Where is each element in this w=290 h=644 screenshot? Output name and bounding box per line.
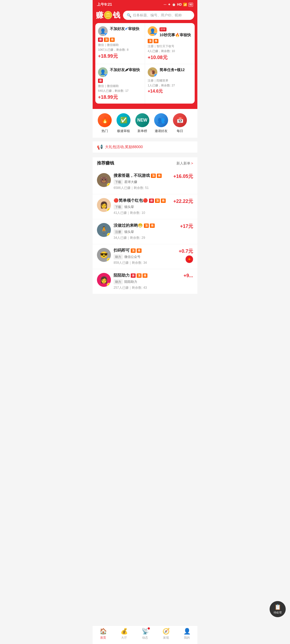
category-section: 🔥 热门 ✅ 极速审核 NEW 新单榜 👥 邀请好友 📅 每日: [93, 109, 197, 138]
featured-card-3[interactable]: 👤 元 不加好友🌶审核快 保 微信｜微信辅助 640人已赚，剩余数: 17 +1…: [95, 64, 145, 104]
badge-bao: 保: [131, 273, 136, 278]
task-item-1[interactable]: 🐻 👑 搜索答题，不玩游戏 顶 推 下载 星球大赚 6586人已赚｜剩余数: 5…: [93, 169, 197, 194]
card-tags: 注册｜陀螺世界: [148, 79, 192, 83]
card-badges: 保: [98, 79, 142, 83]
task-source: 陌陌助力: [124, 280, 137, 284]
card-avatar: 👤 元: [148, 26, 157, 36]
task-avatar: 👩 👑: [97, 198, 111, 212]
task-tags-row: 下载 星球大赚: [114, 180, 171, 185]
status-bar: 上午9:21 ··· ✦ ⏰ HD 📶 90: [93, 0, 197, 9]
app-header: 赚🪙钱 🔍 任务标题、编号、用户ID、昵称: [93, 9, 197, 23]
card-stats: 1067人已赚，剩余数: 8: [98, 48, 142, 52]
task-title: 扫码即可: [114, 248, 130, 253]
card-title: 简单任务+领12: [160, 67, 185, 72]
bottom-spacer: [93, 294, 197, 316]
announcement-text: 大礼包活动,奖励88000: [105, 145, 143, 149]
card-stats: 1人已赚，剩余数: 27: [148, 83, 192, 87]
badge-ding: 顶: [148, 39, 153, 43]
category-new-list[interactable]: NEW 新单榜: [133, 113, 152, 133]
top-section: 👤 元 不加好友✔审核快 保 顶 推 微信｜微信辅助 1067人已赚，剩余数: …: [93, 23, 197, 109]
task-title-row: 陌陌助力 保 顶 推: [114, 273, 181, 278]
task-item-5[interactable]: 👩 👑 陌陌助力 保 顶 推 助力 陌陌助力 257人已赚｜剩余数: 43 +9…: [93, 269, 197, 294]
task-type-tag: 下载: [114, 180, 123, 185]
task-stats: 257人已赚｜剩余数: 43: [114, 286, 181, 290]
category-label: 极速审核: [117, 129, 130, 133]
recommend-header: 推荐赚钱 新人新单 >: [93, 157, 197, 169]
recommend-title: 推荐赚钱: [97, 160, 114, 166]
category-fast-review[interactable]: ✅ 极速审核: [114, 113, 133, 133]
category-hot[interactable]: 🔥 热门: [95, 113, 114, 133]
crown-badge: 👑: [107, 283, 111, 287]
app-logo: 赚🪙钱: [96, 12, 120, 19]
category-invite[interactable]: 👥 邀请好友: [152, 113, 171, 133]
card-title: 10秒完事🔥审核快: [160, 32, 191, 37]
search-icon: 🔍: [127, 13, 131, 17]
task-type-tag: 注册: [114, 229, 123, 235]
badge-tui: 推: [137, 248, 142, 253]
battery-indicator: 90: [189, 3, 193, 7]
card-price: +18.99元: [98, 53, 142, 59]
task-price: +9...: [183, 273, 193, 279]
task-price-col: +9...: [183, 273, 193, 279]
task-content: 搜索答题，不玩游戏 顶 推 下载 星球大赚 6586人已赚｜剩余数: 51: [114, 173, 171, 190]
badge-ding: 顶: [155, 199, 160, 203]
task-stats: 859人已赚｜剩余数: 34: [114, 261, 176, 265]
card-stats: 4人已赚，剩余数: 10: [148, 49, 192, 53]
task-title-row: 🔴简单领个红包🔴 保 顶 推: [114, 198, 171, 203]
badge-tui: 推: [143, 273, 147, 278]
announcement-bar[interactable]: 📢 大礼包活动,奖励88000: [93, 141, 197, 153]
featured-card-1[interactable]: 👤 元 不加好友✔审核快 保 顶 推 微信｜微信辅助 1067人已赚，剩余数: …: [95, 23, 145, 64]
new-list-icon: NEW: [135, 113, 149, 127]
card-price: +10.08元: [148, 54, 192, 61]
card-avatar: 👤 元: [98, 67, 108, 77]
task-price-col: +0.7元 🧧: [179, 248, 193, 263]
badge-tui: 推: [110, 38, 115, 42]
task-stats: 6586人已赚｜剩余数: 51: [114, 186, 171, 190]
miao-badge: 秒审: [160, 27, 166, 31]
task-price: +22.22元: [173, 198, 193, 204]
search-bar[interactable]: 🔍 任务标题、编号、用户ID、昵称: [123, 11, 194, 20]
divider: [93, 138, 197, 140]
badge-bao: 保: [98, 79, 103, 83]
avatar-badge: 元: [104, 74, 108, 77]
badge-bao: 保: [149, 199, 154, 203]
task-type-tag: 下载: [114, 204, 123, 210]
task-title: 搜索答题，不玩游戏: [114, 173, 150, 178]
badge-bao: 保: [98, 38, 103, 42]
task-avatar: 🧍 👑: [97, 223, 111, 237]
signal-dots: ···: [164, 3, 166, 6]
featured-card-4[interactable]: 🐌 元 简单任务+领12 注册｜陀螺世界 1人已赚，剩余数: 27 +14.6元: [145, 64, 195, 104]
task-source: 星球大赚: [124, 180, 137, 184]
invite-icon: 👥: [154, 113, 168, 127]
featured-card-2[interactable]: 👤 元 秒审 10秒完事🔥审核快 顶 推 注册｜智行天下收号 4人已赚，剩余数:…: [145, 23, 195, 64]
category-daily[interactable]: 📅 每日: [171, 113, 189, 133]
task-tags-row: 下载 猫头晕: [114, 204, 171, 210]
task-tags-row: 助力 微信公众号: [114, 254, 176, 259]
task-item-2[interactable]: 👩 👑 🔴简单领个红包🔴 保 顶 推 下载 猫头晕 41人已赚｜剩余数: 10 …: [93, 194, 197, 219]
task-type-tag: 助力: [114, 279, 123, 284]
task-price: +0.7元: [179, 248, 193, 254]
card-title: 不加好友✔审核快: [110, 26, 139, 31]
search-placeholder: 任务标题、编号、用户ID、昵称: [133, 13, 182, 18]
category-label: 每日: [177, 129, 183, 133]
announcement-icon: 📢: [97, 144, 103, 150]
status-icons: ··· ✦ ⏰ HD 📶 90: [164, 3, 193, 7]
card-header: 🐌 元 简单任务+领12: [148, 67, 192, 77]
badge-ding: 顶: [104, 38, 109, 42]
crown-badge: 👑: [107, 258, 111, 262]
category-label: 邀请好友: [155, 129, 168, 133]
task-item-4[interactable]: 😎 👑 扫码即可 顶 推 助力 微信公众号 859人已赚｜剩余数: 34 +0.…: [93, 244, 197, 269]
task-title: 没做过的来哟😁: [114, 223, 143, 228]
task-content: 陌陌助力 保 顶 推 助力 陌陌助力 257人已赚｜剩余数: 43: [114, 273, 181, 290]
task-source: 微信公众号: [124, 255, 140, 259]
badge-tui: 推: [154, 39, 158, 43]
new-user-label: 新人新单: [176, 161, 190, 166]
new-user-link[interactable]: 新人新单 >: [176, 161, 193, 166]
avatar-badge: 元: [154, 33, 157, 36]
badge-tui: 推: [150, 224, 155, 228]
status-time: 上午9:21: [97, 2, 112, 7]
badge-tui: 推: [161, 199, 166, 203]
card-header: 👤 元 不加好友✔审核快: [98, 26, 142, 36]
card-tags: 微信｜微信辅助: [98, 43, 142, 47]
task-item-3[interactable]: 🧍 👑 没做过的来哟😁 顶 推 注册 猫头晕 34人已赚｜剩余数: 29 +17…: [93, 219, 197, 244]
